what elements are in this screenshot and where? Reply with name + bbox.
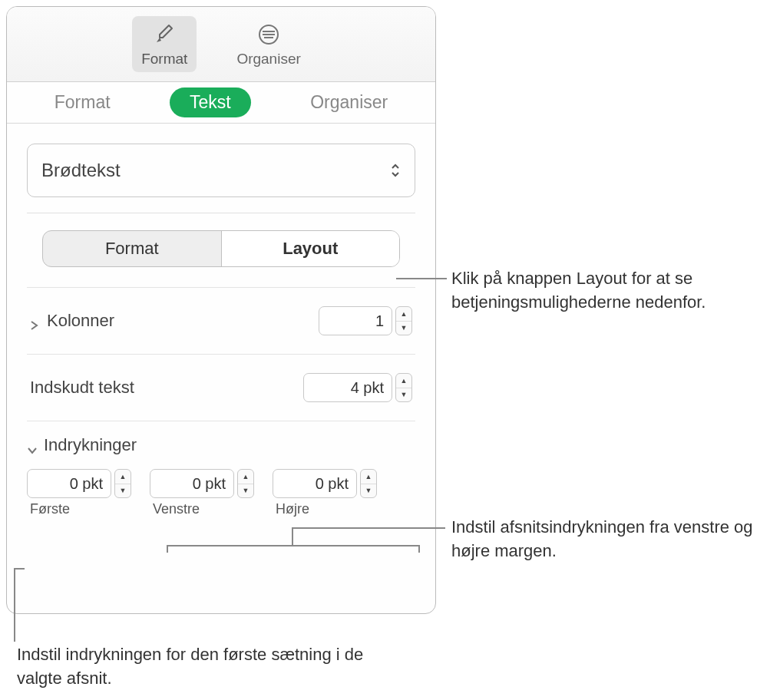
indents-label: Indrykninger	[44, 435, 137, 455]
stepper-up-icon[interactable]: ▲	[396, 374, 411, 388]
format-layout-segmented: Format Layout	[42, 230, 400, 267]
indent-first-label: Første	[27, 501, 131, 517]
callout-layout: Klik på knappen Layout for at se betjeni…	[451, 267, 758, 315]
columns-stepper[interactable]: ▲ ▼	[395, 306, 412, 335]
callout-line	[292, 527, 293, 545]
callout-line	[292, 527, 445, 529]
indent-first-input[interactable]	[27, 469, 111, 498]
indent-first-col: ▲ ▼ Første	[27, 469, 131, 517]
indent-right-label: Højre	[273, 501, 377, 517]
stepper-down-icon[interactable]: ▼	[361, 484, 376, 498]
columns-row: Kolonner ▲ ▼	[27, 287, 415, 354]
inspector-tabs: Format Tekst Organiser	[7, 82, 435, 124]
paintbrush-icon	[150, 21, 178, 48]
toolbar-organize-button[interactable]: Organiser	[227, 16, 309, 72]
stepper-down-icon[interactable]: ▼	[115, 484, 131, 498]
callout-line	[14, 568, 25, 570]
stepper-up-icon[interactable]: ▲	[361, 470, 376, 484]
stepper-up-icon[interactable]: ▲	[115, 470, 131, 484]
callout-line	[396, 278, 447, 279]
toolbar-organize-label: Organiser	[236, 51, 300, 68]
indent-left-stepper[interactable]: ▲ ▼	[237, 469, 254, 498]
stepper-up-icon[interactable]: ▲	[396, 307, 411, 322]
indent-left-label: Venstre	[150, 501, 254, 517]
inset-input[interactable]	[303, 373, 392, 402]
indent-right-stepper[interactable]: ▲ ▼	[360, 469, 377, 498]
tab-tekst[interactable]: Tekst	[170, 88, 251, 117]
chevron-down-icon[interactable]	[27, 440, 38, 451]
indent-first-stepper[interactable]: ▲ ▼	[114, 469, 131, 498]
indents-section: Indrykninger ▲ ▼ Første	[27, 421, 415, 517]
tab-organiser[interactable]: Organiser	[290, 88, 408, 117]
inspector-panel: Format Organiser Format Tekst Organiser …	[6, 6, 436, 614]
paragraph-style-dropdown[interactable]: Brødtekst	[27, 144, 415, 197]
inset-label: Indskudt tekst	[30, 378, 134, 398]
stepper-up-icon[interactable]: ▲	[238, 470, 253, 484]
toolbar-format-button[interactable]: Format	[132, 16, 197, 72]
inset-stepper[interactable]: ▲ ▼	[395, 373, 412, 402]
columns-label: Kolonner	[47, 311, 114, 331]
indent-right-input[interactable]	[273, 469, 357, 498]
indent-right-col: ▲ ▼ Højre	[273, 469, 377, 517]
callout-first: Indstil indrykningen for den første sætn…	[17, 643, 370, 691]
indent-left-input[interactable]	[150, 469, 234, 498]
indent-left-col: ▲ ▼ Venstre	[150, 469, 254, 517]
organize-icon	[255, 21, 283, 48]
callout-left-right: Indstil afsnitsindrykningen fra venstre …	[451, 516, 758, 563]
inspector-content: Brødtekst Format Layout Kolonner ▲ ▼	[7, 144, 435, 517]
indent-fields: ▲ ▼ Første ▲ ▼ Venstre	[27, 461, 415, 517]
stepper-down-icon[interactable]: ▼	[238, 484, 253, 498]
top-toolbar: Format Organiser	[7, 7, 435, 82]
toolbar-format-label: Format	[141, 51, 187, 68]
paragraph-style-value: Brødtekst	[41, 160, 121, 181]
columns-input[interactable]	[319, 306, 392, 335]
callout-line	[14, 568, 15, 642]
stepper-down-icon[interactable]: ▼	[396, 322, 411, 335]
seg-layout[interactable]: Layout	[221, 231, 400, 266]
chevron-updown-icon	[390, 163, 401, 177]
chevron-right-icon[interactable]	[30, 315, 41, 326]
inset-row: Indskudt tekst ▲ ▼	[27, 354, 415, 421]
stepper-down-icon[interactable]: ▼	[396, 388, 411, 402]
tab-format[interactable]: Format	[35, 88, 131, 117]
seg-format[interactable]: Format	[43, 231, 221, 266]
callout-bracket	[167, 545, 420, 553]
